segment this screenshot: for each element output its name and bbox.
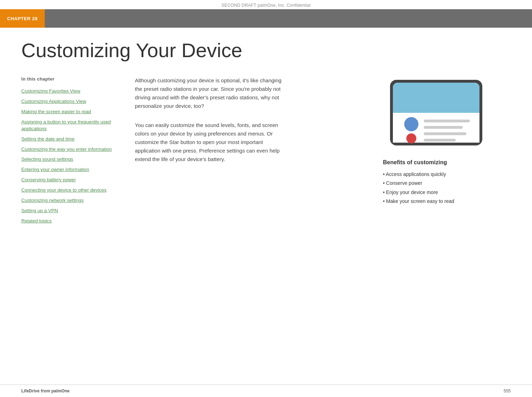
confidential-header: SECOND DRAFT palmOne, Inc. Confidential <box>0 0 532 9</box>
benefit-item: Conserve power <box>383 179 511 188</box>
page-title: Customizing Your Device <box>0 28 532 76</box>
device-illustration <box>383 76 489 151</box>
toc-link[interactable]: Connecting your device to other devices <box>21 187 121 194</box>
svg-rect-10 <box>424 126 463 129</box>
benefit-item: Make your screen easy to read <box>383 197 511 206</box>
confidential-text: SECOND DRAFT palmOne, Inc. Confidential <box>221 3 311 8</box>
toc-column: In this chapter Customizing Favorites Vi… <box>21 76 121 228</box>
footer: LifeDrive from palmOne 555 <box>0 385 532 397</box>
content-area: In this chapter Customizing Favorites Vi… <box>0 76 532 228</box>
toc-link[interactable]: Selecting sound settings <box>21 156 121 163</box>
benefits-list: Access applications quicklyConserve powe… <box>383 170 511 206</box>
svg-rect-9 <box>424 120 470 122</box>
svg-point-7 <box>404 117 418 131</box>
toc-link[interactable]: Customizing Favorites View <box>21 88 121 95</box>
svg-rect-11 <box>424 132 466 135</box>
chapter-bar: CHAPTER 28 <box>0 9 532 28</box>
toc-link[interactable]: Related topics <box>21 218 121 225</box>
svg-rect-12 <box>424 139 456 142</box>
toc-link[interactable]: Assigning a button to your frequently us… <box>21 119 121 132</box>
toc-link[interactable]: Setting up a VPN <box>21 208 121 214</box>
benefits-heading: Benefits of customizing <box>383 159 511 166</box>
toc-link[interactable]: Making the screen easier to read <box>21 109 121 115</box>
svg-point-8 <box>406 133 416 143</box>
middle-column: Although customizing your device is opti… <box>135 76 369 228</box>
second-paragraph: You can easily customize the sound level… <box>135 121 284 164</box>
toc-link[interactable]: Conserving battery power <box>21 177 121 183</box>
footer-page: 555 <box>504 388 511 393</box>
right-column: Benefits of customizing Access applicati… <box>383 76 511 228</box>
benefit-item: Enjoy your device more <box>383 188 511 197</box>
svg-rect-3 <box>393 105 479 113</box>
footer-title: LifeDrive from palmOne <box>21 388 70 393</box>
toc-link[interactable]: Customizing network settings <box>21 197 121 204</box>
toc-link[interactable]: Customizing Applications View <box>21 98 121 105</box>
benefit-item: Access applications quickly <box>383 170 511 179</box>
toc-links: Customizing Favorites ViewCustomizing Ap… <box>21 88 121 224</box>
toc-link[interactable]: Entering your owner information <box>21 166 121 173</box>
toc-link[interactable]: Setting the date and time <box>21 136 121 143</box>
intro-paragraph: Although customizing your device is opti… <box>135 76 284 110</box>
chapter-label: CHAPTER 28 <box>0 9 45 28</box>
toc-link[interactable]: Customizing the way you enter informatio… <box>21 146 121 153</box>
toc-heading: In this chapter <box>21 76 121 82</box>
